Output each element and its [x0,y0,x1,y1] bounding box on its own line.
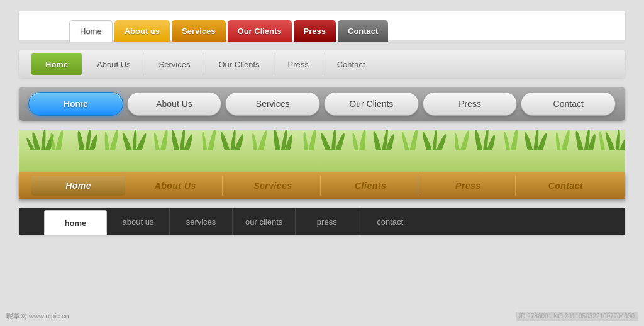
svg-point-60 [555,132,563,150]
svg-point-26 [431,130,438,150]
watermark-left: 昵享网 www.nipic.cn [6,312,69,321]
nav3-tab-contact[interactable]: Contact [521,92,616,116]
nav2-tab-contact[interactable]: Contact [323,53,379,75]
nav1-tab-home[interactable]: Home [69,20,113,42]
nav5-tab-about[interactable]: about us [107,208,170,235]
svg-point-20 [330,130,337,150]
nav4-tab-about[interactable]: About Us [128,176,223,196]
nav1-tab-services[interactable]: Services [172,20,226,42]
nav4-wrapper: Home About Us Services Clients Press Con… [19,130,625,199]
nav1-tab-press[interactable]: Press [294,20,336,42]
nav4-tab-clients[interactable]: Clients [324,176,418,196]
svg-point-27 [430,133,448,150]
nav5-tab-press[interactable]: press [296,208,358,235]
nav3-tab-press[interactable]: Press [423,92,518,116]
nav2-tab-clients[interactable]: Our Clients [204,53,274,75]
nav2-tab-services[interactable]: Services [145,53,205,75]
nav2-tab-about[interactable]: About Us [83,53,145,75]
nav1-tab-clients[interactable]: Our Clients [228,20,292,42]
nav3-tab-clients[interactable]: Our Clients [324,92,419,116]
svg-point-8 [131,130,138,150]
nav2-wrapper: Home About Us Services Our Clients Press… [19,50,625,78]
nav4-tab-home[interactable]: Home [31,176,125,196]
nav1: Home About us Services Our Clients Press… [19,11,625,42]
nav3-tab-services[interactable]: Services [225,92,320,116]
nav5-tab-clients[interactable]: our clients [233,208,296,235]
svg-point-33 [531,132,548,150]
nav5: home about us services our clients press… [19,208,625,235]
nav4-grass-bg [19,130,625,177]
nav3-tab-home[interactable]: Home [28,92,123,116]
nav3: Home About Us Services Our Clients Press… [28,92,616,116]
nav5-wrapper: home about us services our clients press… [19,208,625,235]
svg-point-38 [614,130,621,150]
nav1-tab-about[interactable]: About us [114,20,170,42]
svg-point-1 [39,130,47,150]
nav5-tab-services[interactable]: services [170,208,233,235]
svg-point-15 [228,133,246,150]
nav4-tab-press[interactable]: Press [421,176,516,196]
nav4-tab-contact[interactable]: Contact [519,176,613,196]
nav2-tab-home[interactable]: Home [31,53,82,75]
svg-point-50 [303,132,310,150]
svg-point-42 [104,132,111,150]
nav4-tab-services[interactable]: Services [226,176,320,196]
svg-point-46 [201,131,209,150]
svg-point-56 [453,133,462,150]
nav1-tab-contact[interactable]: Contact [338,20,388,42]
nav3-wrapper: Home About Us Services Our Clients Press… [19,87,625,121]
svg-point-9 [130,133,148,150]
nav1-wrapper: Home About us Services Our Clients Press… [19,11,625,42]
nav4-bar: Home About Us Services Clients Press Con… [19,172,625,199]
nav5-tab-home[interactable]: home [44,210,107,235]
nav2-tab-press[interactable]: Press [274,53,323,75]
nav3-tab-about[interactable]: About Us [127,92,222,116]
nav2: Home About Us Services Our Clients Press… [19,50,625,78]
watermark-right: ID:2786001 NO:20110503221007704000 [516,312,638,321]
nav5-tab-contact[interactable]: contact [358,208,421,235]
